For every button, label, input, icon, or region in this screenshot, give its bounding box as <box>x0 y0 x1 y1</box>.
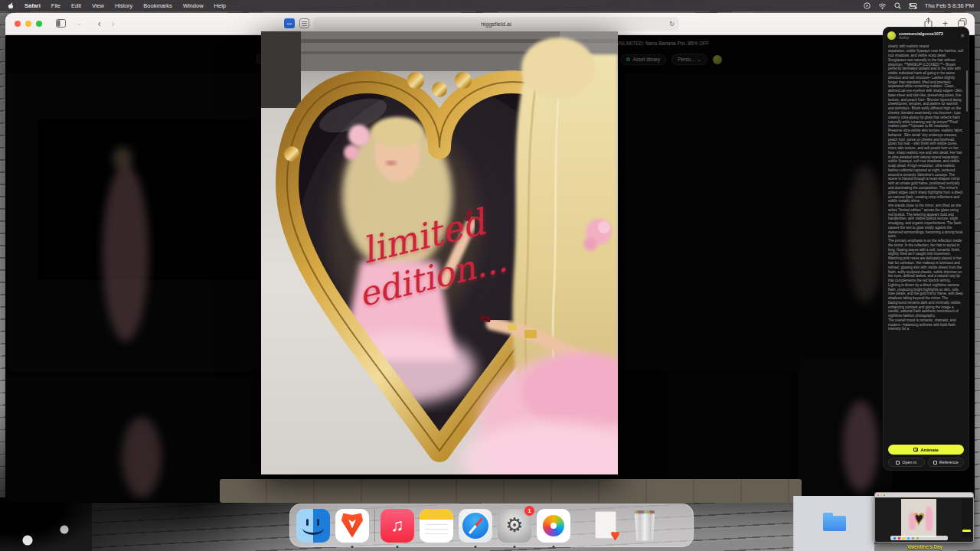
menu-window[interactable]: Window <box>183 2 204 9</box>
animate-icon <box>913 448 918 452</box>
image-preview-modal: limited limited edition... edition... <box>261 31 618 474</box>
close-panel-icon[interactable]: ✕ <box>960 33 965 39</box>
prompt-panel: commercialgoose1073 Author ✕ clearly wit… <box>883 27 969 471</box>
open-in-button[interactable]: Open in <box>888 458 925 467</box>
menu-view[interactable]: View <box>92 2 104 9</box>
panel-header: commercialgoose1073 Author ✕ <box>884 28 969 43</box>
minimize-window-button[interactable] <box>25 21 31 27</box>
menu-help[interactable]: Help <box>214 2 226 9</box>
dock-trash-icon[interactable] <box>628 509 662 543</box>
mini-animate-bar <box>962 530 971 532</box>
mini-figure <box>926 507 933 531</box>
password-extension-icon[interactable]: ••• <box>284 18 295 28</box>
close-window-button[interactable] <box>15 21 21 27</box>
author-avatar[interactable] <box>887 31 896 40</box>
address-bar[interactable]: higgsfield.ai ↻ <box>313 17 679 31</box>
menu-history[interactable]: History <box>115 2 132 9</box>
dock-notes-icon[interactable] <box>420 509 453 543</box>
reference-button[interactable]: Reference <box>928 458 965 467</box>
open-in-icon <box>896 461 900 465</box>
sidebar-chevron-icon[interactable]: ⌄ <box>77 21 82 27</box>
forward-button[interactable]: › <box>112 19 115 28</box>
settings-notification-badge: 1 <box>524 506 534 516</box>
menu-safari[interactable]: Safari <box>24 2 41 9</box>
apple-menu-icon[interactable] <box>8 2 14 9</box>
panel-scrollbar[interactable] <box>966 70 968 112</box>
control-center-icon[interactable] <box>909 3 917 9</box>
dock-photos-icon[interactable] <box>537 509 570 543</box>
menu-file[interactable]: File <box>51 2 60 9</box>
url-text: higgsfield.ai <box>481 21 511 28</box>
dock-divider <box>374 510 375 542</box>
dock-finder-icon[interactable] <box>296 509 330 543</box>
dock: ♫ ⚙ 1 <box>289 504 694 547</box>
mini-figure <box>909 513 916 530</box>
spotlight-search-icon[interactable] <box>894 2 901 9</box>
prompt-text[interactable]: clearly with realistic strand separation… <box>884 43 969 409</box>
reference-icon <box>933 461 937 465</box>
menu-edit[interactable]: Edit <box>71 2 81 9</box>
author-role: Author <box>899 36 943 40</box>
menu-clock[interactable]: Thu Feb 5 8:36 PM <box>925 2 974 9</box>
dock-settings-icon[interactable]: ⚙ 1 <box>498 509 531 543</box>
wallpaper-fur-texture <box>0 497 92 551</box>
dock-brave-icon[interactable] <box>335 509 369 543</box>
mini-dock <box>890 536 948 540</box>
minimized-window-label: Valentine's Day <box>882 544 968 549</box>
dock-safari-icon[interactable] <box>459 509 492 543</box>
zoom-window-button[interactable] <box>36 21 42 27</box>
screen-record-status-icon[interactable] <box>864 2 871 9</box>
menu-bar: Safari File Edit View History Bookmarks … <box>0 0 980 11</box>
wifi-icon[interactable] <box>878 3 887 9</box>
dock-music-icon[interactable]: ♫ <box>381 509 414 543</box>
back-button[interactable]: ‹ <box>98 19 101 28</box>
reload-icon[interactable]: ↻ <box>669 21 675 28</box>
reader-extension-icon[interactable] <box>299 18 309 28</box>
sidebar-toggle-icon[interactable] <box>56 19 66 29</box>
minimized-window-thumbnail[interactable]: ♥ ♥ <box>874 492 974 543</box>
dock-download-document-icon[interactable] <box>589 509 622 543</box>
animate-button[interactable]: Animate <box>888 445 964 455</box>
mini-titlebar <box>875 493 973 497</box>
finder-window-edge <box>793 496 874 551</box>
menu-bookmarks[interactable]: Bookmarks <box>143 2 172 9</box>
folder-icon[interactable] <box>823 516 846 531</box>
preview-image: limited limited edition... edition... <box>261 31 618 474</box>
